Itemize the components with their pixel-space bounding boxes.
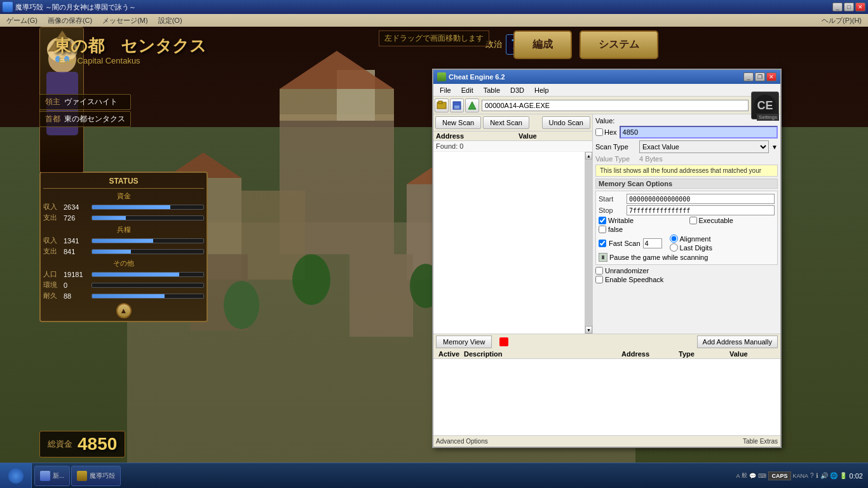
- ce-save-button[interactable]: [450, 98, 464, 112]
- ce-executable-checkbox[interactable]: [689, 217, 697, 224]
- svg-rect-28: [454, 105, 459, 109]
- ce-hex-checkbox[interactable]: [595, 128, 603, 136]
- ce-menubar: File Edit Table D3D Help: [433, 84, 780, 97]
- ce-value-section: Value: Hex 4850: [595, 117, 778, 139]
- troops-income-value: 1341: [64, 237, 89, 245]
- status-title: STATUS: [43, 175, 204, 189]
- ce-executable-label: Executable: [699, 217, 733, 224]
- ce-copyonwrite-row: false: [599, 226, 684, 233]
- ce-menu-d3d[interactable]: D3D: [505, 85, 529, 95]
- ce-address-scrollbar[interactable]: ▲ ▼: [585, 152, 592, 334]
- game-icon: [3, 2, 13, 12]
- ce-advanced-options[interactable]: Advanced Options: [436, 438, 488, 445]
- troops-title: 兵糧: [43, 225, 204, 234]
- ce-open-process-button[interactable]: [435, 98, 449, 112]
- game-close-button[interactable]: ✕: [855, 3, 865, 11]
- ce-executable-row: Executable: [689, 217, 775, 224]
- tray-keyboard-icon: ⌨: [758, 473, 766, 479]
- tray-network-icon: 🌐: [830, 472, 837, 479]
- game-menu-game[interactable]: ゲーム(G): [1, 15, 43, 27]
- ce-fastscan-input[interactable]: 4: [643, 238, 662, 248]
- game-titlebar: 魔導巧殻 ～闇の月女神は導国で詠う～ _ □ ✕: [0, 0, 868, 14]
- game-maximize-button[interactable]: □: [844, 3, 854, 11]
- ce-load-button[interactable]: [465, 98, 479, 112]
- other-title: その他: [43, 259, 204, 268]
- finance-expense-value: 726: [64, 214, 89, 222]
- game-menu-message[interactable]: メッセージ(M): [97, 15, 153, 27]
- ce-speedhack-label: Enable Speedhack: [605, 276, 663, 283]
- ce-fastscan-row: Fast Scan 4 Alignment Last Digits: [599, 234, 775, 252]
- game-menu-image[interactable]: 画像の保存(C): [43, 15, 97, 27]
- taskbar-app-game[interactable]: 魔導巧殻: [71, 466, 121, 486]
- system-button[interactable]: システム: [580, 30, 658, 59]
- ce-menu-help[interactable]: Help: [529, 85, 554, 95]
- ce-start-row: Start 0000000000000000: [599, 194, 775, 204]
- ce-stop-input[interactable]: 7fffffffffffffff: [627, 205, 775, 215]
- ce-menu-table[interactable]: Table: [478, 85, 505, 95]
- ce-titlebar: Cheat Engine 6.2 _ ❐ ✕: [433, 70, 780, 84]
- ce-memory-view-button[interactable]: Memory View: [436, 336, 492, 348]
- ce-app-icon: [437, 72, 446, 81]
- ce-scrollbar-down[interactable]: ▼: [585, 326, 592, 334]
- game-minimize-button[interactable]: _: [832, 3, 843, 11]
- ce-menu-edit[interactable]: Edit: [456, 85, 478, 95]
- other-section: その他 人口 19181 環境 0 耐久 88: [43, 259, 204, 301]
- ce-unrandomizer-checkbox[interactable]: [595, 267, 603, 274]
- ce-lastdigits-radio[interactable]: Last Digits: [670, 243, 712, 252]
- ce-speedhack-checkbox[interactable]: [595, 276, 603, 283]
- ce-col-type: Type: [676, 350, 727, 358]
- ce-new-scan-button[interactable]: New Scan: [435, 116, 481, 129]
- caps-indicator: CAPS: [768, 471, 790, 480]
- environment-row: 環境 0: [43, 280, 204, 290]
- ce-memory-scan-title: Memory Scan Options: [595, 179, 778, 189]
- ce-copyonwrite-checkbox[interactable]: [599, 226, 606, 233]
- troops-income-bar: [92, 238, 204, 243]
- ce-scantype-arrow: ▼: [771, 144, 778, 151]
- ce-scantype-select[interactable]: Exact Value Bigger than... Smaller than.…: [639, 140, 769, 153]
- tray-info-icon: ℹ: [816, 472, 818, 479]
- ce-start-label: Start: [599, 195, 624, 203]
- ce-start-input[interactable]: 0000000000000000: [627, 194, 775, 204]
- ce-writable-checkbox[interactable]: [599, 217, 606, 224]
- ce-col-value: Value: [727, 350, 778, 358]
- ce-value-input[interactable]: 4850: [620, 126, 778, 139]
- game-menu-settings[interactable]: 設定(O): [153, 15, 187, 27]
- finance-expense-bar: [92, 215, 204, 220]
- ce-scrollbar-up[interactable]: ▲: [585, 152, 592, 159]
- windows-logo-icon: [8, 468, 24, 484]
- ce-fastscan-checkbox[interactable]: [599, 240, 606, 247]
- ce-add-address-manually-button[interactable]: Add Address Manually: [697, 336, 778, 348]
- ce-address-panel: New Scan Next Scan Undo Scan Address Val…: [433, 114, 593, 334]
- ce-undo-scan-button[interactable]: Undo Scan: [542, 116, 590, 129]
- ce-tooltip: This list shows all the found addresses …: [595, 165, 778, 177]
- tray-text-a: A: [736, 473, 740, 479]
- svg-point-12: [292, 254, 330, 305]
- ce-menu-file[interactable]: File: [435, 85, 456, 95]
- ce-hex-label: Hex: [604, 128, 617, 136]
- ce-results-scroll[interactable]: [433, 359, 780, 435]
- troops-expense-label: 支出: [43, 247, 61, 256]
- ce-minimize-button[interactable]: _: [743, 72, 754, 81]
- ce-scrollbar-thumb[interactable]: [585, 159, 592, 326]
- ce-col-address: Address: [619, 350, 676, 358]
- ce-table-extras[interactable]: Table Extras: [743, 438, 778, 445]
- ce-address-list[interactable]: ▲ ▼: [433, 152, 592, 334]
- game-menu-help[interactable]: ヘルプ(P)(H): [817, 15, 867, 27]
- game-menubar: ゲーム(G) 画像の保存(C) メッセージ(M) 設定(O) ヘルプ(P)(H): [0, 14, 868, 27]
- ce-process-display: 00000A14-AGE.EXE: [482, 100, 749, 111]
- scroll-up-button[interactable]: ▲: [116, 303, 132, 318]
- formation-button[interactable]: 編成: [513, 30, 572, 59]
- population-bar: [92, 272, 204, 277]
- ce-close-button[interactable]: ✕: [766, 72, 776, 81]
- taskbar-app-new[interactable]: 新...: [34, 466, 70, 486]
- ce-next-scan-button[interactable]: Next Scan: [483, 116, 529, 129]
- ce-stop-button[interactable]: [499, 337, 508, 346]
- up-arrow-icon: ▲: [120, 306, 128, 315]
- durability-bar: [92, 294, 204, 299]
- city-subtitle: East Capital Centakus: [58, 56, 140, 65]
- city-name: 東の都 センタクス: [54, 35, 207, 57]
- ce-alignment-radio[interactable]: Alignment: [670, 234, 712, 243]
- ce-settings-label[interactable]: Settings: [757, 114, 779, 121]
- start-button[interactable]: [0, 463, 32, 489]
- ce-restore-button[interactable]: ❐: [755, 72, 765, 81]
